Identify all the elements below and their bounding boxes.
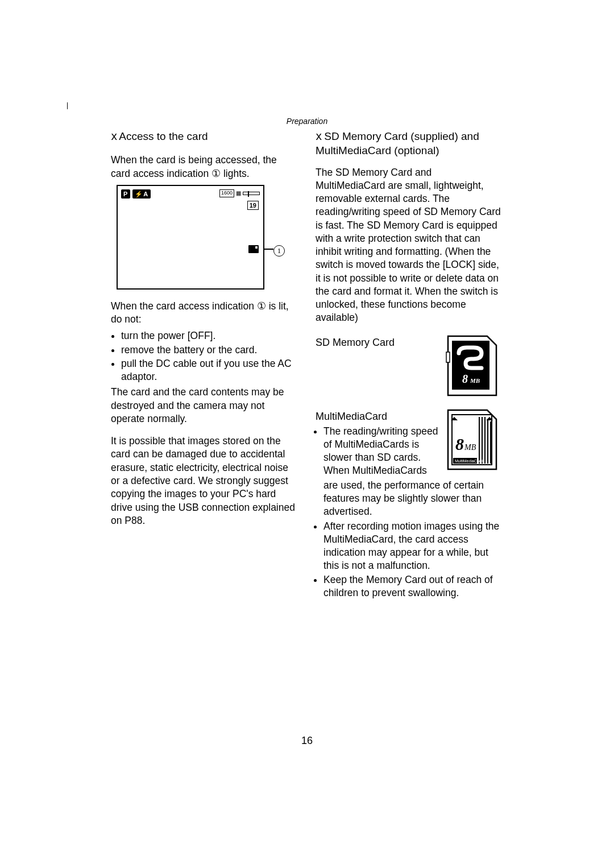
list-item: The reading/writing speed of MultiMediaC…: [323, 425, 439, 478]
list-item: remove the battery or the card.: [121, 344, 298, 357]
list-item: pull the DC cable out if you use the AC …: [121, 357, 298, 384]
left-heading-text: Access to the card: [119, 130, 208, 142]
mmc-bullets-first: The reading/writing speed of MultiMediaC…: [316, 425, 439, 478]
left-column: x Access to the card When the card is be…: [111, 129, 298, 602]
right-heading: x SD Memory Card (supplied) and MultiMed…: [316, 129, 503, 158]
mmc-unit-text: MB: [464, 443, 476, 452]
callout-line: [263, 249, 273, 250]
mmc-text-block: MultiMediaCard The reading/writing speed…: [316, 409, 439, 480]
sd-card-row: SD Memory Card 8 MB: [316, 335, 503, 398]
sd-capacity-text: 8: [462, 373, 468, 385]
callout-number-icon: 1: [273, 245, 285, 257]
warning-intro: When the card access indication ① is lit…: [111, 300, 298, 326]
resolution-badge: 1600: [219, 189, 234, 197]
right-heading-text: SD Memory Card (supplied) and MultiMedia…: [316, 130, 479, 156]
list-item: Keep the Memory Card out of reach of chi…: [323, 573, 503, 600]
right-intro: The SD Memory Card and MultiMediaCard ar…: [316, 166, 503, 325]
mmc-card-row: MultiMediaCard The reading/writing speed…: [316, 409, 503, 480]
two-column-layout: x Access to the card When the card is be…: [111, 129, 503, 602]
mmc-bullet-1-wrapped: The reading/writing speed of MultiMediaC…: [323, 425, 438, 477]
list-item: turn the power [OFF].: [121, 329, 298, 342]
card-access-icon: [248, 245, 259, 253]
sd-card-illustration: 8 MB: [445, 335, 499, 398]
mmc-bullets-rest: After recording motion images using the …: [316, 520, 503, 600]
left-heading: x Access to the card: [111, 129, 298, 143]
warning-bullets: turn the power [OFF]. remove the battery…: [111, 329, 298, 383]
left-note: It is possible that images stored on the…: [111, 435, 298, 527]
flash-badge: ⚡A: [132, 189, 151, 199]
mmc-sub-label: MultiMediaCard: [455, 459, 483, 463]
heading-bullet: x: [316, 129, 321, 143]
list-item: After recording motion images using the …: [323, 520, 503, 573]
shots-remaining: 19: [247, 201, 259, 210]
quality-icon: ▦: [236, 189, 241, 197]
mmc-card-label: MultiMediaCard: [316, 409, 439, 424]
crop-mark: [67, 102, 68, 109]
zoom-bar-icon: [243, 192, 260, 195]
warning-after: The card and the card contents may be de…: [111, 386, 298, 425]
screen-top-icons: P ⚡A: [121, 189, 151, 199]
mmc-capacity-text: 8: [455, 435, 464, 453]
screen-top-right: 1600 ▦: [219, 189, 260, 197]
lcd-screen-figure: P ⚡A 1600 ▦ 19 1: [117, 185, 264, 290]
mmc-card-illustration: 8 MB MultiMediaCard: [445, 409, 499, 472]
mmc-bullet-1-cont: are used, the performance of certain fea…: [323, 479, 503, 519]
right-column: x SD Memory Card (supplied) and MultiMed…: [316, 129, 503, 602]
heading-bullet: x: [111, 129, 117, 143]
sd-unit-text: MB: [470, 377, 480, 384]
manual-page: Preparation x Access to the card When th…: [111, 117, 503, 602]
page-number: 16: [0, 735, 614, 747]
left-intro: When the card is being accessed, the car…: [111, 154, 298, 180]
section-label: Preparation: [111, 117, 503, 126]
mode-badge: P: [121, 189, 130, 199]
sd-card-label: SD Memory Card: [316, 335, 439, 350]
svg-rect-1: [446, 352, 450, 362]
callout-marker: 1: [273, 245, 285, 257]
